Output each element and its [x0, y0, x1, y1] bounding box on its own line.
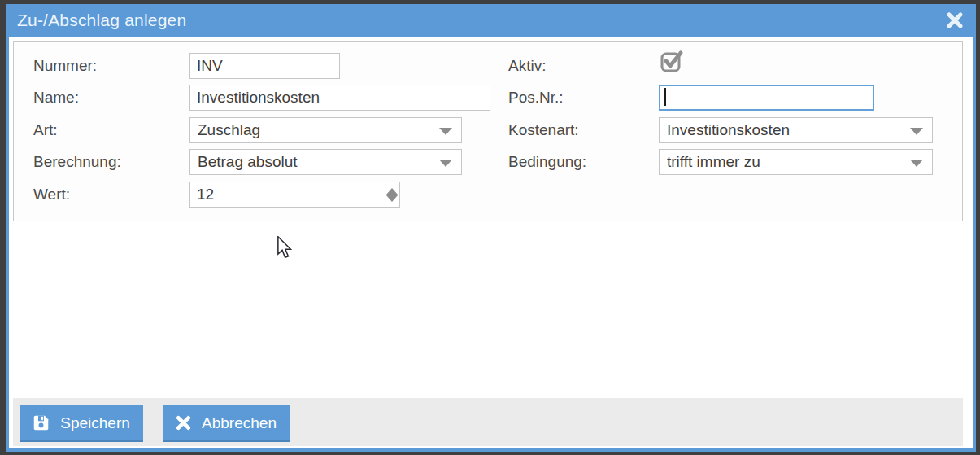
- save-button[interactable]: Speichern: [20, 405, 143, 442]
- close-button[interactable]: [945, 11, 965, 30]
- cancel-button[interactable]: Abbrechen: [163, 405, 290, 442]
- kostenart-select[interactable]: Investitionskosten: [659, 117, 933, 143]
- wert-label: Wert:: [33, 182, 70, 208]
- save-button-label: Speichern: [60, 414, 130, 432]
- floppy-disk-icon: [33, 414, 50, 431]
- close-icon: [946, 11, 964, 29]
- bedingung-label: Bedingung:: [508, 149, 586, 175]
- form-panel: Nummer: Name: Art: Zuschlag Berechnung: …: [13, 41, 963, 221]
- checked-checkbox-icon: [659, 48, 685, 74]
- name-label: Name:: [33, 85, 79, 111]
- name-input[interactable]: [189, 85, 490, 111]
- wert-input[interactable]: [189, 182, 400, 208]
- wert-spinner[interactable]: [189, 182, 400, 208]
- nummer-label: Nummer:: [33, 53, 97, 79]
- chevron-down-icon: [910, 128, 923, 135]
- chevron-down-icon: [910, 160, 923, 167]
- nummer-input[interactable]: [189, 53, 340, 79]
- art-select-value: Zuschlag: [198, 121, 260, 139]
- x-icon: [176, 415, 191, 431]
- screen: Zu-/Abschlag anlegen Nummer: Name: Art: …: [0, 0, 980, 455]
- berechnung-select[interactable]: Betrag absolut: [189, 149, 462, 175]
- cancel-button-label: Abbrechen: [202, 414, 277, 432]
- dialog-title: Zu-/Abschlag anlegen: [17, 11, 186, 30]
- dialog-titlebar: Zu-/Abschlag anlegen: [6, 4, 976, 37]
- dialog-footer: Speichern Abbrechen: [13, 398, 963, 446]
- art-label: Art:: [33, 117, 58, 143]
- posnr-field-wrap: [659, 85, 874, 111]
- art-select[interactable]: Zuschlag: [189, 117, 462, 143]
- dialog-content: Nummer: Name: Art: Zuschlag Berechnung: …: [9, 37, 973, 448]
- dialog-window: Zu-/Abschlag anlegen Nummer: Name: Art: …: [6, 4, 976, 452]
- aktiv-checkbox[interactable]: [659, 48, 685, 77]
- chevron-down-icon: [439, 160, 452, 167]
- kostenart-select-value: Investitionskosten: [667, 121, 790, 139]
- aktiv-label: Aktiv:: [508, 53, 546, 79]
- posnr-input[interactable]: [659, 85, 874, 111]
- berechnung-label: Berechnung:: [33, 149, 121, 175]
- bedingung-select[interactable]: trifft immer zu: [659, 149, 933, 175]
- posnr-label: Pos.Nr.:: [508, 85, 564, 111]
- chevron-down-icon: [439, 128, 452, 135]
- text-caret: [664, 88, 666, 106]
- kostenart-label: Kostenart:: [508, 117, 579, 143]
- bedingung-select-value: trifft immer zu: [667, 153, 760, 171]
- berechnung-select-value: Betrag absolut: [198, 153, 298, 171]
- mouse-cursor: [277, 236, 292, 260]
